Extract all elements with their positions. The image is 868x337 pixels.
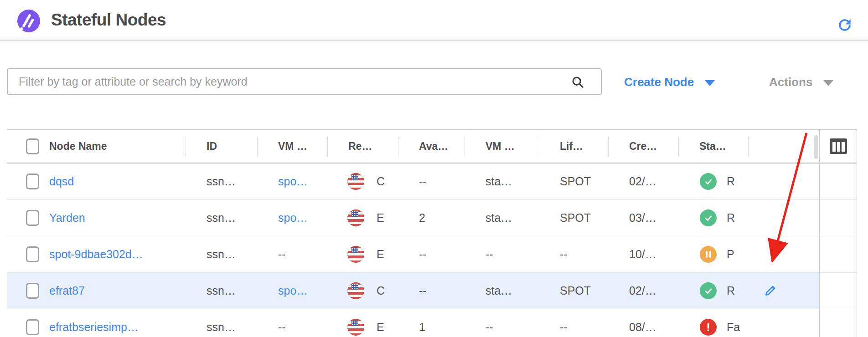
node-name-link[interactable]: dqsd xyxy=(49,175,74,188)
table-row[interactable]: efratbseriesimp… ssn… -- E 1 -- -- 08/… … xyxy=(7,309,857,337)
column-divider xyxy=(819,130,820,337)
node-name-link[interactable]: efrat87 xyxy=(49,284,85,297)
actions-label: Actions xyxy=(769,75,812,89)
node-id: ssn… xyxy=(186,200,257,236)
node-id: ssn… xyxy=(186,236,257,272)
vm-image-link[interactable]: spo… xyxy=(278,175,308,188)
status-label: R xyxy=(727,284,735,297)
select-all-checkbox[interactable] xyxy=(26,138,39,154)
status-label: R xyxy=(727,175,735,188)
scrollbar-thumb[interactable] xyxy=(814,135,818,159)
column-header-node-name[interactable]: Node Name xyxy=(46,130,186,163)
node-name-link[interactable]: efratbseriesimp… xyxy=(49,321,139,334)
node-id: ssn… xyxy=(186,163,257,199)
us-flag-icon xyxy=(347,282,364,299)
column-header-created-at[interactable]: Cre… xyxy=(608,130,678,163)
node-name-link[interactable]: Yarden xyxy=(49,211,85,225)
us-flag-icon xyxy=(347,173,364,190)
spot-logo-icon xyxy=(17,10,40,32)
status-paused-icon xyxy=(700,246,717,263)
availability-zones-value: 2 xyxy=(398,200,465,236)
row-checkbox[interactable] xyxy=(26,246,39,262)
column-header-vm-sizes[interactable]: VM … xyxy=(465,130,539,163)
column-header-lifecycle[interactable]: Lif… xyxy=(539,130,608,163)
page-title: Stateful Nodes xyxy=(51,10,166,30)
region-value: E xyxy=(377,321,384,334)
created-at-value: 02/… xyxy=(608,163,678,199)
lifecycle-value: SPOT xyxy=(539,273,608,309)
create-node-label: Create Node xyxy=(624,75,694,89)
table-row[interactable]: Yarden ssn… spo… E 2 sta… SPOT 03/… R xyxy=(7,200,857,236)
app-header: Stateful Nodes xyxy=(0,0,868,41)
edit-node-button[interactable] xyxy=(763,283,778,299)
lifecycle-value: SPOT xyxy=(539,163,608,199)
vm-sizes-value: sta… xyxy=(465,163,539,199)
vm-sizes-value: -- xyxy=(465,309,539,337)
column-header-id[interactable]: ID xyxy=(186,130,257,163)
column-header-availability-zones[interactable]: Ava… xyxy=(398,130,465,163)
search-icon[interactable] xyxy=(571,75,584,89)
vm-sizes-value: -- xyxy=(465,236,539,272)
row-checkbox[interactable] xyxy=(26,210,39,226)
us-flag-icon xyxy=(347,319,364,336)
row-checkbox[interactable] xyxy=(26,174,39,189)
table-row[interactable]: dqsd ssn… spo… C -- sta… SPOT 02/… R xyxy=(7,163,857,200)
lifecycle-value: -- xyxy=(539,309,608,337)
status-failed-icon: ! xyxy=(700,319,717,336)
nodes-table: Node Name ID VM … Re… Ava… VM … Lif… Cre… xyxy=(7,129,857,337)
stateful-nodes-page: Stateful Nodes Create Node Actions xyxy=(0,0,868,337)
created-at-value: 10/… xyxy=(608,236,678,272)
column-header-status[interactable]: Sta… xyxy=(678,130,748,163)
chevron-down-icon xyxy=(823,80,833,86)
region-value: C xyxy=(377,284,385,297)
vm-image-link[interactable]: spo… xyxy=(278,284,308,297)
availability-zones-value: -- xyxy=(398,273,465,309)
refresh-icon xyxy=(836,28,853,35)
region-value: C xyxy=(377,175,385,188)
status-running-icon xyxy=(700,282,717,299)
created-at-value: 08/… xyxy=(608,309,678,337)
table-row[interactable]: spot-9dbae302d… ssn… -- E -- -- -- 10/… … xyxy=(7,236,857,273)
lifecycle-value: -- xyxy=(539,236,608,272)
pencil-icon xyxy=(763,292,778,299)
us-flag-icon xyxy=(347,209,364,226)
vm-image-link[interactable]: spo… xyxy=(278,211,308,225)
create-node-button[interactable]: Create Node xyxy=(624,72,715,92)
node-id: ssn… xyxy=(186,273,257,309)
refresh-button[interactable] xyxy=(836,16,853,34)
filter-input[interactable] xyxy=(7,68,602,95)
column-picker-icon xyxy=(829,149,847,156)
vm-sizes-value: sta… xyxy=(465,200,539,236)
chevron-down-icon xyxy=(705,80,715,86)
availability-zones-value: -- xyxy=(398,163,465,199)
vm-image-value: -- xyxy=(257,309,327,337)
lifecycle-value: SPOT xyxy=(539,200,608,236)
created-at-value: 03/… xyxy=(608,200,678,236)
node-id: ssn… xyxy=(186,309,257,337)
region-value: E xyxy=(377,211,384,225)
table-row-selected[interactable]: efrat87 ssn… spo… C -- sta… SPOT 02/… R xyxy=(7,273,857,309)
vm-sizes-value: sta… xyxy=(465,273,539,309)
created-at-value: 02/… xyxy=(608,273,678,309)
us-flag-icon xyxy=(347,246,364,263)
node-name-link[interactable]: spot-9dbae302d… xyxy=(49,248,143,261)
filter-bar xyxy=(7,68,602,95)
table-header-row: Node Name ID VM … Re… Ava… VM … Lif… Cre… xyxy=(7,130,857,163)
actions-button[interactable]: Actions xyxy=(769,72,833,92)
column-picker-button[interactable] xyxy=(829,138,847,154)
row-checkbox[interactable] xyxy=(26,283,39,299)
row-checkbox[interactable] xyxy=(26,319,39,335)
status-label: P xyxy=(727,248,734,261)
availability-zones-value: -- xyxy=(398,236,465,272)
status-label: Fa xyxy=(727,321,740,334)
region-value: E xyxy=(377,248,384,261)
status-label: R xyxy=(727,211,735,225)
availability-zones-value: 1 xyxy=(398,309,465,337)
vm-image-value: -- xyxy=(257,236,327,272)
column-header-vm-image[interactable]: VM … xyxy=(257,130,327,163)
column-header-actions xyxy=(748,130,819,163)
status-running-icon xyxy=(700,173,717,190)
column-header-region[interactable]: Re… xyxy=(327,130,398,163)
status-running-icon xyxy=(700,209,717,226)
